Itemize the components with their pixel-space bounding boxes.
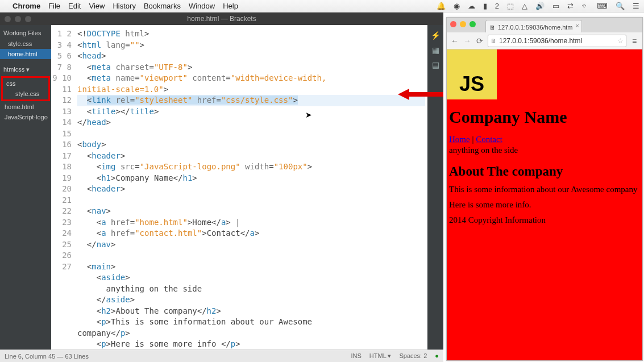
brackets-titlebar[interactable]: home.html — Brackets — [0, 13, 443, 25]
dropbox-icon[interactable]: ⬚ — [507, 2, 514, 10]
gdrive-icon[interactable]: △ — [522, 2, 527, 10]
star-icon[interactable]: ☆ — [617, 37, 624, 45]
battery-icon[interactable]: ▭ — [552, 2, 559, 10]
page-paragraph-1: This is some information about our Aweso… — [449, 185, 640, 194]
page-aside: anything on the side — [449, 145, 640, 155]
page-subheading: About The company — [449, 164, 640, 179]
page-paragraph-2: Here is some more info. — [449, 200, 640, 210]
page-viewport: JS Company Name Home | Contact anything … — [447, 49, 642, 360]
mac-menubar: Chrome File Edit View History Bookmarks … — [0, 0, 644, 13]
volume-icon[interactable]: 🔊 — [535, 2, 545, 10]
js-logo: JS — [447, 49, 497, 99]
working-files-label: Working Files — [0, 27, 51, 39]
working-file-home[interactable]: home.html — [0, 49, 51, 59]
tree-file-home[interactable]: home.html — [0, 102, 51, 112]
line-gutter: 1 2 3 4 5 6 7 8 9 10 11 12 13 14 15 16 1… — [51, 25, 75, 349]
cloud-icon[interactable]: ☁ — [468, 2, 475, 10]
menu-window[interactable]: Window — [189, 2, 215, 10]
app-name[interactable]: Chrome — [13, 2, 40, 10]
close-icon[interactable] — [450, 21, 456, 27]
project-label[interactable]: htmlcss ▾ — [0, 64, 51, 76]
working-file-style[interactable]: style.css — [0, 39, 51, 49]
menu-icon[interactable]: ☰ — [633, 2, 639, 10]
tab-close-icon[interactable]: × — [576, 22, 579, 29]
wifi-icon[interactable]: ᯤ — [581, 2, 589, 10]
status-check-icon[interactable]: ● — [435, 352, 439, 360]
menu-icon[interactable]: ≡ — [630, 36, 639, 45]
tab-title: 127.0.0.1:59036/home.htm — [498, 24, 572, 31]
minimize-icon[interactable] — [15, 16, 21, 22]
page-heading: Company Name — [449, 107, 640, 127]
menu-edit[interactable]: Edit — [68, 2, 81, 10]
brackets-right-toolbar: ⚡ ▦ ▤ — [427, 25, 443, 349]
status-cursor: Line 6, Column 45 — 63 Lines — [5, 353, 89, 360]
brackets-title: home.html — Brackets — [187, 15, 256, 23]
menu-history[interactable]: History — [113, 2, 135, 10]
page-nav: Home | Contact — [449, 135, 640, 144]
nav-separator: | — [470, 135, 476, 144]
extensions-icon[interactable]: ▦ — [432, 45, 439, 55]
shuffle-icon[interactable]: ⇄ — [567, 2, 574, 10]
minimize-icon[interactable] — [460, 21, 466, 27]
tree-folder-css[interactable]: css — [3, 78, 48, 89]
forward-button[interactable]: → — [463, 36, 472, 45]
menu-view[interactable]: View — [89, 2, 105, 10]
code-area[interactable]: <!DOCTYPE html> <html lang=""> <head> <m… — [75, 25, 427, 349]
url-text: 127.0.0.1:59036/home.html — [499, 37, 582, 45]
adobe-icon[interactable]: ▮ — [483, 2, 487, 10]
address-bar[interactable]: 🗎 127.0.0.1:59036/home.html ☆ — [488, 35, 626, 47]
menu-file[interactable]: File — [48, 2, 60, 10]
page-icon: 🗎 — [489, 24, 496, 31]
chrome-window: 🗎 127.0.0.1:59036/home.htm × ← → ⟳ 🗎 127… — [446, 17, 643, 361]
tree-file-jslogo[interactable]: JavaScript-logo — [0, 112, 51, 122]
brackets-statusbar: Line 6, Column 45 — 63 Lines INS HTML ▾ … — [0, 349, 443, 362]
spotlight-icon[interactable]: 🔍 — [616, 2, 625, 10]
status-lang[interactable]: HTML ▾ — [369, 352, 392, 360]
chrome-toolbar: ← → ⟳ 🗎 127.0.0.1:59036/home.html ☆ ≡ — [447, 32, 642, 49]
reload-button[interactable]: ⟳ — [475, 36, 484, 45]
menu-help[interactable]: Help — [223, 2, 238, 10]
desktop: home.html — Brackets Working Files style… — [0, 13, 644, 362]
brackets-window: home.html — Brackets Working Files style… — [0, 13, 443, 362]
record-icon[interactable]: ◉ — [454, 2, 460, 10]
back-button[interactable]: ← — [450, 36, 459, 45]
more-icon[interactable]: ▤ — [432, 60, 439, 69]
status-ins[interactable]: INS — [351, 352, 361, 360]
page-footer: 2014 Copyright Information — [449, 215, 640, 225]
tree-file-style[interactable]: style.css — [3, 89, 48, 99]
menu-bookmarks[interactable]: Bookmarks — [144, 2, 181, 10]
nav-home-link[interactable]: Home — [449, 135, 470, 144]
brackets-sidebar: Working Files style.css home.html htmlcs… — [0, 25, 51, 349]
live-preview-icon[interactable]: ⚡ — [431, 31, 441, 40]
page-icon: 🗎 — [491, 38, 497, 44]
nav-contact-link[interactable]: Contact — [476, 135, 502, 144]
status-spaces[interactable]: Spaces: 2 — [399, 352, 427, 360]
close-icon[interactable] — [5, 16, 11, 22]
keyboard-icon[interactable]: ⌨ — [597, 2, 608, 10]
browser-tab[interactable]: 🗎 127.0.0.1:59036/home.htm × — [485, 20, 582, 32]
bell-icon[interactable]: 🔔 — [437, 2, 446, 10]
zoom-icon[interactable] — [25, 16, 31, 22]
code-editor[interactable]: 1 2 3 4 5 6 7 8 9 10 11 12 13 14 15 16 1… — [51, 25, 427, 349]
annotation-box: css style.css — [1, 76, 50, 101]
chrome-tabbar: 🗎 127.0.0.1:59036/home.htm × — [447, 18, 642, 32]
num-icon[interactable]: 2 — [495, 2, 499, 10]
zoom-icon[interactable] — [470, 21, 476, 27]
